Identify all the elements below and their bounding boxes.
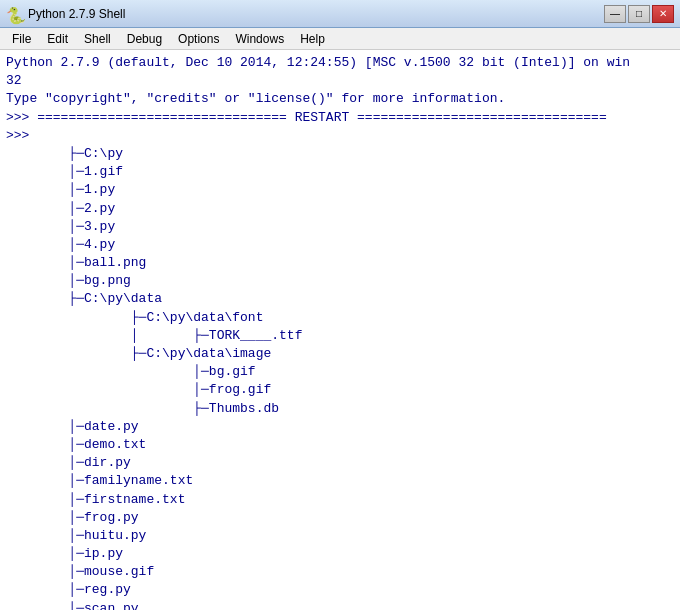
title-bar: 🐍 Python 2.7.9 Shell — □ ✕ (0, 0, 680, 28)
title-buttons[interactable]: — □ ✕ (604, 5, 674, 23)
window-title: Python 2.7.9 Shell (28, 7, 125, 21)
maximize-button[interactable]: □ (628, 5, 650, 23)
title-bar-left: 🐍 Python 2.7.9 Shell (6, 6, 125, 22)
minimize-button[interactable]: — (604, 5, 626, 23)
menu-item-windows[interactable]: Windows (227, 30, 292, 48)
app-icon: 🐍 (6, 6, 22, 22)
menu-bar: FileEditShellDebugOptionsWindowsHelp (0, 28, 680, 50)
close-button[interactable]: ✕ (652, 5, 674, 23)
shell-content[interactable]: Python 2.7.9 (default, Dec 10 2014, 12:2… (0, 50, 680, 610)
shell-output: Python 2.7.9 (default, Dec 10 2014, 12:2… (6, 54, 674, 610)
menu-item-file[interactable]: File (4, 30, 39, 48)
menu-item-edit[interactable]: Edit (39, 30, 76, 48)
menu-item-debug[interactable]: Debug (119, 30, 170, 48)
menu-item-options[interactable]: Options (170, 30, 227, 48)
menu-item-shell[interactable]: Shell (76, 30, 119, 48)
menu-item-help[interactable]: Help (292, 30, 333, 48)
